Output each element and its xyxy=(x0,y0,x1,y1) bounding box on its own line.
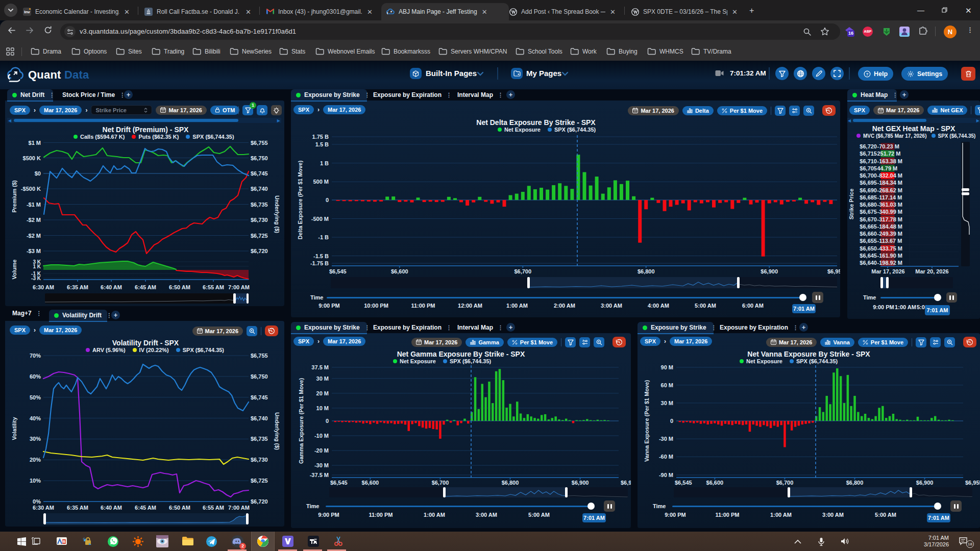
svg-text:$6,745: $6,745 xyxy=(251,170,268,177)
svg-text:Premium ($): Premium ($) xyxy=(11,180,17,213)
svg-text:Vanna Exposure (Per $1 Move): Vanna Exposure (Per $1 Move) xyxy=(644,380,650,462)
svg-text:6:50 AM: 6:50 AM xyxy=(169,284,190,290)
svg-text:-10 M: -10 M xyxy=(314,433,329,439)
svg-text:-161.90 M: -161.90 M xyxy=(877,253,903,259)
svg-text:$6,545: $6,545 xyxy=(675,480,692,486)
svg-text:30 M: 30 M xyxy=(661,400,673,406)
svg-text:$6,690: $6,690 xyxy=(860,187,877,193)
svg-text:6:50 AM: 6:50 AM xyxy=(169,505,190,510)
svg-text:0: 0 xyxy=(670,418,673,424)
svg-text:-1 B: -1 B xyxy=(318,234,329,240)
svg-text:$6,955: $6,955 xyxy=(621,480,631,486)
svg-text:$6,710: $6,710 xyxy=(860,158,877,164)
svg-text:-433.75 M: -433.75 M xyxy=(877,245,903,252)
svg-text:70%: 70% xyxy=(30,353,41,359)
svg-text:-70.23 M: -70.23 M xyxy=(877,143,899,149)
svg-text:$6,720: $6,720 xyxy=(251,248,268,254)
svg-text:$6,685: $6,685 xyxy=(860,194,877,201)
svg-text:-340.99 M: -340.99 M xyxy=(877,209,903,215)
svg-text:7:00 AM: 7:00 AM xyxy=(228,505,250,510)
svg-text:Mar 17, 2026: Mar 17, 2026 xyxy=(871,268,904,274)
svg-text:6:45 AM: 6:45 AM xyxy=(135,284,156,290)
svg-text:$6,650: $6,650 xyxy=(860,245,877,252)
svg-text:$6,755: $6,755 xyxy=(251,140,268,146)
svg-text:$6,800: $6,800 xyxy=(846,480,864,486)
svg-text:30%: 30% xyxy=(30,436,41,442)
svg-text:-$1 M: -$1 M xyxy=(27,202,41,208)
svg-text:-113.67 M: -113.67 M xyxy=(877,238,902,244)
svg-text:Delta Exposure (Per $1 Move): Delta Exposure (Per $1 Move) xyxy=(297,160,303,239)
svg-text:6:30 AM: 6:30 AM xyxy=(33,505,54,510)
svg-text:Underlying ($): Underlying ($) xyxy=(274,412,280,450)
svg-text:-$2 M: -$2 M xyxy=(27,233,41,239)
svg-text:90 M: 90 M xyxy=(661,364,673,370)
svg-text:$6,645: $6,645 xyxy=(860,253,877,259)
svg-text:$6,955: $6,955 xyxy=(827,268,840,274)
svg-text:$6,725: $6,725 xyxy=(251,478,268,484)
svg-text:-184.34 M: -184.34 M xyxy=(877,180,903,186)
svg-text:0: 0 xyxy=(326,197,329,203)
svg-text:$0: $0 xyxy=(35,170,41,177)
svg-text:-832.04 M: -832.04 M xyxy=(877,172,903,179)
svg-text:6:40 AM: 6:40 AM xyxy=(101,284,122,290)
svg-text:$6,900: $6,900 xyxy=(761,268,778,274)
svg-text:$6,665: $6,665 xyxy=(860,223,877,230)
svg-text:$6,600: $6,600 xyxy=(362,480,379,486)
svg-text:$6,755: $6,755 xyxy=(251,353,268,359)
svg-text:1.5 B: 1.5 B xyxy=(315,141,329,147)
svg-text:$6,660: $6,660 xyxy=(860,231,877,237)
svg-text:7:00 AM: 7:00 AM xyxy=(228,284,250,290)
svg-text:$6,700: $6,700 xyxy=(860,172,877,179)
svg-text:-60 M: -60 M xyxy=(659,454,673,460)
svg-text:$6,725: $6,725 xyxy=(251,233,268,239)
svg-text:$6,750: $6,750 xyxy=(251,155,268,161)
svg-text:$6,800: $6,800 xyxy=(638,268,655,274)
svg-text:-361.03 M: -361.03 M xyxy=(877,202,903,208)
svg-text:20%: 20% xyxy=(30,457,41,463)
svg-text:6:30 AM: 6:30 AM xyxy=(33,284,54,290)
svg-text:?: ? xyxy=(866,72,869,77)
svg-text:$6,800: $6,800 xyxy=(502,480,519,486)
svg-text:1 K: 1 K xyxy=(33,264,41,269)
svg-text:0: 0 xyxy=(326,418,329,424)
svg-text:Volatility: Volatility xyxy=(11,417,17,440)
svg-text:$6,600: $6,600 xyxy=(391,268,408,274)
svg-text:-268.62 M: -268.62 M xyxy=(877,187,903,193)
svg-text:-184.48 M: -184.48 M xyxy=(877,223,903,230)
svg-text:40%: 40% xyxy=(30,415,41,421)
svg-text:Strike Price: Strike Price xyxy=(848,189,854,220)
svg-text:$6,600: $6,600 xyxy=(706,480,724,486)
svg-text:44.79 M: 44.79 M xyxy=(877,165,898,171)
svg-text:-37.5 M: -37.5 M xyxy=(310,472,329,478)
svg-text:-$2 M: -$2 M xyxy=(27,217,41,223)
svg-text:$6,700: $6,700 xyxy=(432,480,449,486)
svg-text:-163.38 M: -163.38 M xyxy=(877,158,903,164)
svg-text:$6,900: $6,900 xyxy=(916,480,934,486)
svg-text:$500 K: $500 K xyxy=(23,155,41,161)
svg-text:20 M: 20 M xyxy=(316,390,329,396)
svg-text:$6,955: $6,955 xyxy=(965,480,980,486)
svg-text:B: B xyxy=(63,539,66,544)
svg-text:$6,730: $6,730 xyxy=(251,217,268,223)
svg-text:30 M: 30 M xyxy=(316,375,329,382)
svg-text:$6,700: $6,700 xyxy=(514,268,531,274)
svg-text:-249.39 M: -249.39 M xyxy=(877,231,903,237)
svg-text:$6,715: $6,715 xyxy=(860,151,877,157)
svg-text:-117.14 M: -117.14 M xyxy=(877,194,902,201)
svg-text:-1.75 B: -1.75 B xyxy=(310,260,329,266)
svg-text:$6,680: $6,680 xyxy=(860,202,877,208)
svg-text:500 M: 500 M xyxy=(313,179,329,185)
svg-text:10%: 10% xyxy=(30,478,41,484)
svg-text:$6,750: $6,750 xyxy=(251,373,268,380)
svg-text:Underlying ($): Underlying ($) xyxy=(274,195,280,233)
svg-text:-198.92 M: -198.92 M xyxy=(877,260,903,266)
svg-text:-$500 K: -$500 K xyxy=(21,186,41,192)
svg-text:$6,740: $6,740 xyxy=(251,415,268,421)
svg-text:60%: 60% xyxy=(30,373,41,380)
svg-text:6:35 AM: 6:35 AM xyxy=(67,284,88,290)
svg-text:37.5 M: 37.5 M xyxy=(311,364,329,370)
svg-text:-20 M: -20 M xyxy=(314,447,329,454)
svg-text:6:40 AM: 6:40 AM xyxy=(101,505,122,510)
svg-text:$6,695: $6,695 xyxy=(860,180,877,186)
svg-text:-500 M: -500 M xyxy=(311,216,329,222)
